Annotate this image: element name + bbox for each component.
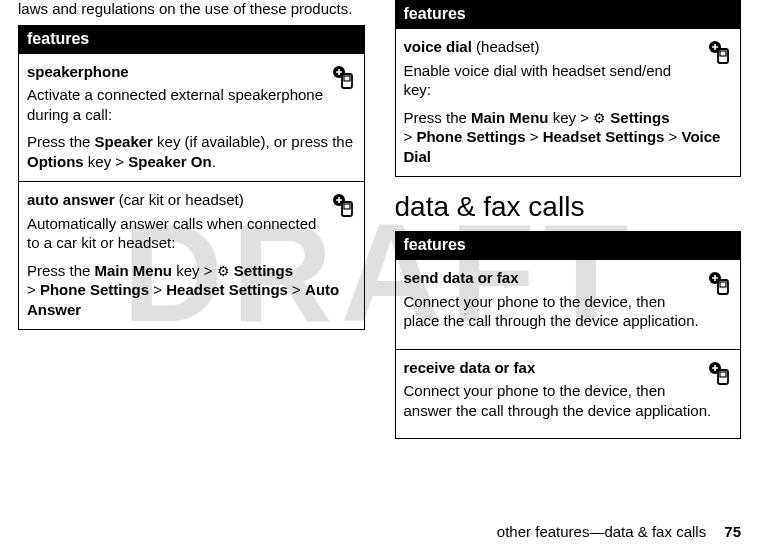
settings-glyph-icon: ⚙ [593,110,606,126]
page-number: 75 [724,523,741,540]
key-label: Options [27,153,84,170]
feature-row-speakerphone: speakerphone Activate a connected extern… [19,53,364,182]
features-table-right-top: features voice dial (headset) Enable voi… [395,0,742,177]
key-label: Settings [610,109,669,126]
table-header: features [19,26,364,53]
right-column: features voice dial (headset) Enable voi… [395,0,742,451]
feature-path: Press the Main Menu key > ⚙ Settings > P… [27,261,356,320]
feature-row-receive-data: receive data or fax Connect your phone t… [396,349,741,439]
feature-path: Press the Speaker key (if available), or… [27,132,356,171]
section-heading: data & fax calls [395,191,742,223]
svg-rect-14 [720,372,726,377]
path-text: > [288,281,305,298]
accessory-icon [330,64,356,90]
title-text: voice dial [404,38,472,55]
path-text: key (if available), or press the [153,133,353,150]
path-text: > [149,281,166,298]
path-text: > [404,128,417,145]
key-label: Phone Settings [416,128,525,145]
feature-desc: Connect your phone to the device, then a… [404,381,733,420]
key-label: Main Menu [95,262,173,279]
settings-glyph-icon: ⚙ [217,263,230,279]
feature-title: voice dial (headset) [404,38,540,55]
path-text: key > [549,109,594,126]
path-text: key > [172,262,217,279]
accessory-icon [706,360,732,386]
key-label: Headset Settings [166,281,288,298]
feature-row-voice-dial: voice dial (headset) Enable voice dial w… [396,28,741,176]
feature-title: speakerphone [27,63,129,80]
path-text: > [27,281,40,298]
features-table-right-bottom: features send data or fax Connect your p… [395,231,742,439]
footer-text: other features—data & fax calls [497,523,706,540]
path-text: Press the [27,262,95,279]
key-label: Main Menu [471,109,549,126]
accessory-icon [706,39,732,65]
feature-desc: Connect your phone to the device, then p… [404,292,733,331]
svg-rect-11 [720,282,726,287]
accessory-icon [706,270,732,296]
feature-title: send data or fax [404,268,733,288]
features-table-left: features speakerphone Activate a connect… [18,25,365,331]
title-qualifier: (car kit or headset) [115,191,244,208]
key-label: Speaker [95,133,153,150]
table-header: features [396,1,741,28]
path-text: Press the [404,109,472,126]
key-label: Headset Settings [543,128,665,145]
accessory-icon [330,192,356,218]
key-label: Speaker On [128,153,211,170]
feature-desc: Automatically answer calls when connecte… [27,214,356,253]
key-label: Phone Settings [40,281,149,298]
feature-desc: Enable voice dial with headset send/end … [404,61,733,100]
left-column: laws and regulations on the use of these… [18,0,365,451]
table-header: features [396,232,741,259]
key-label: Settings [234,262,293,279]
page-content: laws and regulations on the use of these… [0,0,759,451]
path-text: > [664,128,681,145]
svg-rect-5 [344,204,350,209]
path-text: > [526,128,543,145]
path-text: Press the [27,133,95,150]
feature-path: Press the Main Menu key > ⚙ Settings > P… [404,108,733,167]
path-text: . [212,153,216,170]
svg-rect-8 [720,51,726,56]
feature-title: auto answer (car kit or headset) [27,191,244,208]
feature-row-auto-answer: auto answer (car kit or headset) Automat… [19,181,364,329]
title-qualifier: (headset) [472,38,540,55]
title-text: auto answer [27,191,115,208]
feature-row-send-data: send data or fax Connect your phone to t… [396,259,741,349]
feature-desc: Activate a connected external speakerpho… [27,85,356,124]
page-footer: other features—data & fax calls 75 [497,523,741,540]
feature-title: receive data or fax [404,358,733,378]
svg-rect-2 [344,76,350,81]
path-text: key > [84,153,129,170]
lead-text: laws and regulations on the use of these… [18,0,365,19]
